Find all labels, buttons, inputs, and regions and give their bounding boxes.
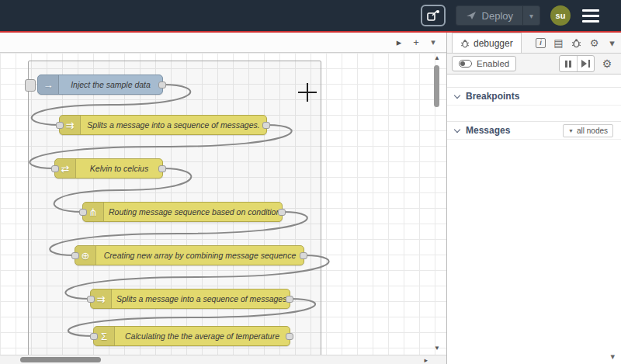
input-port[interactable] <box>51 165 59 172</box>
deploy-plane-icon <box>466 11 477 20</box>
node-inject[interactable]: → Inject the sample data <box>37 75 163 95</box>
debugger-controls <box>559 55 595 72</box>
output-port[interactable] <box>158 165 166 172</box>
flow-workspace: ▸ + ▾ → Inject the sam <box>0 33 446 364</box>
sidebar-spacer <box>447 75 621 87</box>
flow-tab-bar: ▸ + ▾ <box>0 33 446 53</box>
sidebar-footer-expand-button[interactable]: ▾ <box>610 352 615 362</box>
input-port[interactable] <box>90 333 98 340</box>
step-button[interactable] <box>577 56 594 71</box>
sidebar-tab-bar: debugger i ▤ ⚙ <box>447 33 621 54</box>
output-port[interactable] <box>262 122 270 129</box>
flow-canvas[interactable]: → Inject the sample data ⇉ Splits a mess… <box>0 53 446 355</box>
export-deploy-icon <box>426 9 440 22</box>
node-split-2[interactable]: ⇉ Splits a message into a sequence of me… <box>90 289 290 309</box>
plus-icon: + <box>413 36 419 48</box>
output-port[interactable] <box>286 296 293 303</box>
debugger-toolbar: Enabled ⚙ <box>447 54 621 75</box>
tab-help[interactable]: ▤ <box>550 33 567 53</box>
input-port[interactable] <box>87 296 95 303</box>
output-port[interactable] <box>158 81 166 88</box>
scroll-down-button[interactable]: ▼ <box>433 345 441 352</box>
node-label: Kelvin to celcius <box>76 164 162 173</box>
node-split[interactable]: ⇉ Splits a message into a sequence of me… <box>59 115 267 135</box>
messages-section-header[interactable]: Messages ▼ all nodes <box>447 121 621 140</box>
gear-icon: ⚙ <box>602 57 612 70</box>
gear-icon: ⚙ <box>590 37 599 49</box>
menu-bar <box>582 15 599 17</box>
chevron-down-icon: ▾ <box>431 37 435 47</box>
node-label: Splits a message into a sequence of mess… <box>81 120 266 130</box>
breakpoints-section-header[interactable]: Breakpoints <box>447 87 621 106</box>
output-port[interactable] <box>300 252 307 259</box>
pause-icon <box>569 61 571 68</box>
horizontal-scrollbar: ▸ <box>0 355 446 364</box>
menu-bar <box>582 20 599 23</box>
crosshair-cursor <box>298 83 317 102</box>
debugger-enabled-toggle[interactable]: Enabled <box>452 56 516 71</box>
scroll-up-button[interactable]: ▲ <box>433 54 441 61</box>
tab-debug-messages[interactable] <box>567 33 585 53</box>
scroll-right-button[interactable]: ▸ <box>424 355 428 364</box>
info-icon: i <box>536 38 546 48</box>
tab-info[interactable]: i <box>532 33 550 53</box>
add-flow-button[interactable]: + <box>408 34 425 51</box>
input-port[interactable] <box>56 122 64 129</box>
tab-config-nodes[interactable]: ⚙ <box>585 33 603 53</box>
node-function-kelvin[interactable]: ⇄ Kelvin to celcius <box>54 158 163 179</box>
caret-right-icon: ▸ <box>397 36 402 48</box>
inject-icon: → <box>38 75 59 94</box>
tab-debugger[interactable]: debugger <box>452 33 522 53</box>
node-label: Splits a message into a sequence of mess… <box>112 294 290 303</box>
main-area: ▸ + ▾ → Inject the sam <box>0 33 621 364</box>
inject-trigger-button[interactable] <box>25 79 36 92</box>
chevron-down-icon: ▾ <box>529 12 533 20</box>
output-port[interactable] <box>286 333 293 340</box>
chevron-down-icon: ▾ <box>610 352 615 361</box>
sidebar-tab-icons: i ▤ ⚙ ▾ <box>532 33 621 53</box>
deploy-label: Deploy <box>482 10 513 22</box>
user-avatar[interactable]: su <box>550 5 571 26</box>
horizontal-scroll-thumb[interactable] <box>20 357 101 362</box>
vertical-scrollbar: ▲ ▼ <box>433 54 441 352</box>
filter-icon: ▼ <box>568 128 574 133</box>
toggle-icon <box>459 60 472 68</box>
input-port[interactable] <box>71 252 79 259</box>
vertical-scroll-thumb[interactable] <box>434 65 439 107</box>
bug-icon <box>571 38 581 48</box>
section-title: Messages <box>466 125 510 136</box>
node-join[interactable]: ⊕ Creating new array by combining messag… <box>75 245 304 265</box>
main-menu-button[interactable] <box>581 6 601 26</box>
step-icon <box>581 60 587 68</box>
node-function-average[interactable]: Σ Calculating the the average of tempera… <box>93 326 290 346</box>
node-label: Routing message sequence based on condit… <box>104 207 282 217</box>
section-title: Breakpoints <box>466 91 519 102</box>
deploy-options-button[interactable]: ▾ <box>522 6 539 25</box>
sidebar-tabs-menu-button[interactable]: ▾ <box>603 33 621 53</box>
flows-list-button[interactable]: ▾ <box>425 34 442 51</box>
tabs-scroll-right-button[interactable]: ▸ <box>390 34 408 51</box>
pause-icon <box>565 61 567 68</box>
output-port[interactable] <box>278 209 286 216</box>
debugger-settings-button[interactable]: ⚙ <box>598 55 616 72</box>
chevron-down-icon: ▾ <box>609 37 615 49</box>
bug-icon <box>460 39 470 48</box>
input-port[interactable] <box>79 209 87 216</box>
header-bar: Deploy ▾ su <box>0 0 621 31</box>
node-label: Creating new array by combining message … <box>96 251 304 260</box>
filter-label: all nodes <box>577 127 608 135</box>
messages-section-body <box>447 140 621 318</box>
step-icon <box>588 60 590 68</box>
tab-label: debugger <box>474 38 513 49</box>
header-app-button[interactable] <box>421 5 446 26</box>
message-filter-button[interactable]: ▼ all nodes <box>563 124 613 137</box>
pause-button[interactable] <box>560 56 577 71</box>
deploy-button[interactable]: Deploy ▾ <box>456 5 540 26</box>
chevron-down-icon <box>454 92 460 98</box>
chevron-down-icon <box>454 126 460 132</box>
enabled-label: Enabled <box>477 59 509 68</box>
debug-sidebar: debugger i ▤ ⚙ <box>446 33 621 364</box>
node-switch[interactable]: ⋔ Routing message sequence based on cond… <box>82 202 283 222</box>
breakpoints-section-body <box>447 106 621 121</box>
node-label: Calculating the the average of temperatu… <box>115 331 290 341</box>
